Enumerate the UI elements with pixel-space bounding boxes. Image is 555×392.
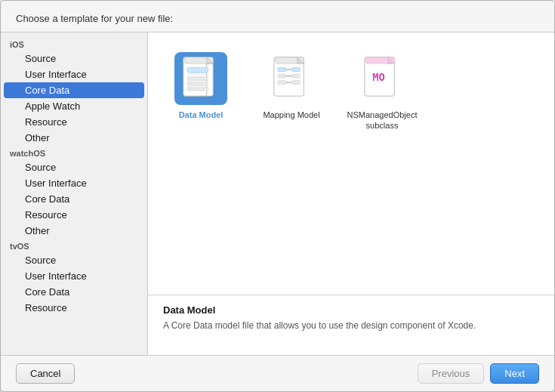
template-label-mapping-model: Mapping Model: [263, 110, 319, 120]
sidebar-item-ios-resource[interactable]: Resource: [4, 114, 144, 130]
header-text: Choose a template for your new file:: [16, 13, 173, 24]
sidebar-item-watch-resource[interactable]: Resource: [4, 207, 144, 223]
description-title: Data Model: [163, 304, 539, 316]
svg-rect-19: [292, 74, 300, 78]
sidebar-item-tv-resource[interactable]: Resource: [4, 300, 144, 316]
svg-rect-7: [187, 76, 208, 80]
main-content: Data Model Mapping Model: [148, 32, 554, 355]
dialog-footer: Cancel Previous Next: [1, 356, 554, 391]
sidebar-item-ios-source[interactable]: Source: [4, 51, 144, 66]
sidebar-item-ios-ui[interactable]: User Interface: [4, 66, 144, 82]
svg-rect-16: [292, 67, 300, 71]
footer-left: Cancel: [16, 363, 75, 384]
sidebar-item-watch-other[interactable]: Other: [4, 223, 144, 239]
svg-rect-5: [187, 67, 208, 73]
svg-rect-20: [278, 81, 285, 85]
svg-rect-14: [278, 67, 285, 71]
template-item-mapping-model[interactable]: Mapping Model: [254, 48, 329, 136]
sidebar-item-watch-source[interactable]: Source: [4, 159, 144, 175]
template-item-data-model[interactable]: Data Model: [163, 48, 239, 136]
footer-right: Previous Next: [418, 363, 539, 384]
svg-rect-9: [187, 87, 208, 91]
template-label-data-model: Data Model: [179, 110, 224, 120]
sidebar-item-ios-applewatch[interactable]: Apple Watch: [4, 98, 144, 114]
template-icon-mapping-model: [265, 52, 318, 105]
sidebar-item-watch-coredata[interactable]: Core Data: [4, 191, 144, 207]
sidebar-item-tv-coredata[interactable]: Core Data: [4, 284, 144, 300]
sidebar-section-watchos: watchOS: [1, 146, 147, 159]
svg-rect-8: [187, 82, 208, 85]
sidebar: iOSSourceUser InterfaceCore DataApple Wa…: [1, 32, 148, 355]
template-label-nsmanagedobject: NSManagedObject subclass: [347, 110, 418, 131]
sidebar-item-tv-source[interactable]: Source: [4, 252, 144, 268]
dialog-window: Choose a template for your new file: iOS…: [0, 0, 555, 392]
sidebar-item-ios-coredata[interactable]: Core Data: [4, 82, 144, 98]
dialog-header: Choose a template for your new file:: [1, 1, 554, 32]
svg-text:MO: MO: [372, 71, 385, 83]
description-text: A Core Data model file that allows you t…: [163, 319, 539, 332]
dialog-body: iOSSourceUser InterfaceCore DataApple Wa…: [1, 32, 554, 356]
sidebar-section-ios: iOS: [1, 37, 147, 51]
sidebar-section-tvos: tvOS: [1, 239, 147, 252]
cancel-button[interactable]: Cancel: [16, 363, 75, 384]
template-grid: Data Model Mapping Model: [148, 32, 554, 295]
svg-rect-17: [278, 74, 285, 78]
next-button[interactable]: Next: [490, 363, 539, 384]
template-icon-data-model: [174, 52, 227, 105]
template-icon-nsmanagedobject: MO: [356, 52, 409, 105]
svg-rect-22: [292, 81, 300, 85]
sidebar-item-ios-other[interactable]: Other: [4, 130, 144, 146]
description-area: Data Model A Core Data model file that a…: [148, 295, 554, 355]
previous-button[interactable]: Previous: [418, 363, 485, 384]
sidebar-item-tv-ui[interactable]: User Interface: [4, 268, 144, 284]
sidebar-item-watch-ui[interactable]: User Interface: [4, 175, 144, 191]
template-item-nsmanagedobject[interactable]: MO NSManagedObject subclass: [344, 48, 420, 136]
